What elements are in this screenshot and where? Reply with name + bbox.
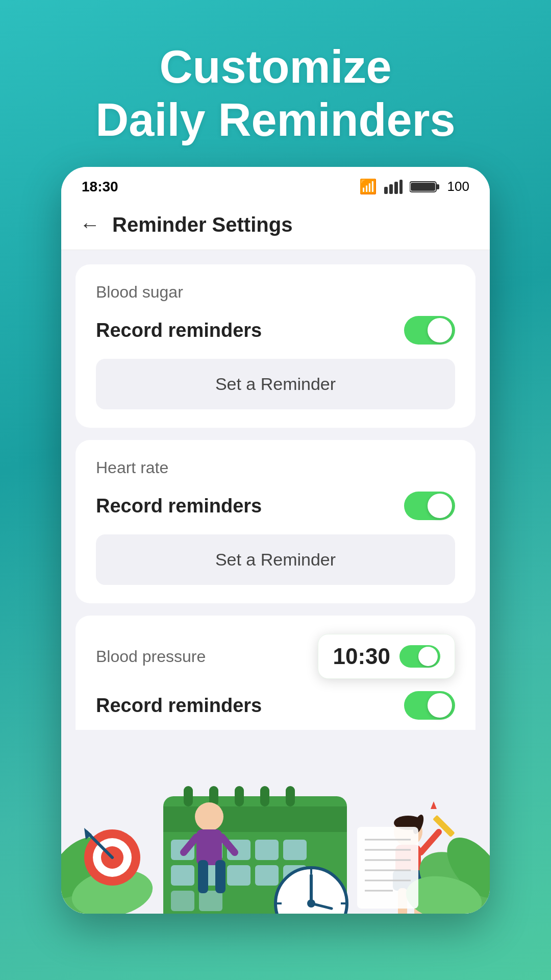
svg-rect-6	[411, 183, 435, 191]
svg-point-34	[195, 802, 223, 831]
blood-sugar-title: Blood sugar	[96, 283, 455, 302]
heart-rate-toggle[interactable]	[404, 492, 455, 520]
battery-level: 100	[447, 179, 469, 194]
blood-pressure-title: Blood pressure	[96, 647, 206, 666]
header-title: Customize Daily Reminders	[31, 41, 520, 146]
svg-rect-5	[436, 184, 439, 189]
svg-rect-21	[163, 806, 347, 832]
illustration-area	[61, 730, 490, 914]
blood-sugar-toggle-row: Record reminders	[96, 316, 455, 345]
blood-sugar-card: Blood sugar Record reminders Set a Remin…	[76, 264, 475, 428]
signal-icon	[384, 180, 403, 194]
svg-rect-33	[199, 891, 222, 911]
heart-rate-set-reminder-button[interactable]: Set a Reminder	[96, 534, 455, 585]
blood-sugar-toggle-label: Record reminders	[96, 320, 262, 341]
svg-rect-32	[171, 891, 194, 911]
header-line2: Daily Reminders	[95, 94, 455, 145]
illustration-svg	[61, 730, 490, 914]
header-line1: Customize	[159, 41, 391, 92]
svg-rect-25	[255, 840, 279, 860]
battery-icon	[410, 180, 440, 194]
svg-rect-2	[394, 182, 398, 194]
heart-rate-toggle-label: Record reminders	[96, 495, 262, 517]
svg-rect-37	[215, 860, 226, 893]
heart-rate-card: Heart rate Record reminders Set a Remind…	[76, 440, 475, 603]
svg-rect-27	[171, 865, 194, 886]
svg-rect-36	[198, 860, 208, 893]
svg-rect-19	[260, 786, 269, 806]
svg-rect-20	[286, 786, 295, 806]
app-bar-title: Reminder Settings	[112, 213, 292, 236]
header-section: Customize Daily Reminders	[0, 0, 551, 167]
blood-pressure-toggle-row: Record reminders	[96, 691, 455, 720]
blood-pressure-toggle-label: Record reminders	[96, 695, 262, 717]
status-time: 18:30	[82, 179, 118, 195]
time-badge-value: 10:30	[333, 644, 390, 669]
heart-rate-toggle-row: Record reminders	[96, 492, 455, 520]
back-button[interactable]: ←	[80, 213, 100, 236]
blood-pressure-card: Blood pressure 10:30 Record reminders	[76, 616, 475, 730]
blood-pressure-header-row: Blood pressure 10:30	[96, 634, 455, 679]
svg-rect-16	[184, 786, 193, 806]
blood-sugar-toggle[interactable]	[404, 316, 455, 345]
time-badge: 10:30	[318, 634, 455, 679]
svg-rect-3	[399, 180, 403, 194]
svg-rect-26	[283, 840, 307, 860]
app-bar: ← Reminder Settings	[61, 203, 490, 250]
heart-rate-title: Heart rate	[96, 458, 455, 477]
blood-sugar-set-reminder-button[interactable]: Set a Reminder	[96, 359, 455, 409]
status-bar: 18:30 📶 100	[61, 167, 490, 203]
svg-line-55	[421, 832, 439, 852]
svg-rect-1	[389, 184, 393, 194]
wifi-icon: 📶	[359, 178, 377, 195]
svg-rect-18	[235, 786, 244, 806]
time-badge-toggle[interactable]	[399, 645, 440, 668]
phone-container: 18:30 📶 100 ← Reminder Settings	[61, 167, 490, 914]
status-icons: 📶 100	[359, 178, 469, 195]
main-content: Blood sugar Record reminders Set a Remin…	[61, 250, 490, 730]
blood-pressure-toggle[interactable]	[404, 691, 455, 720]
svg-rect-0	[384, 187, 388, 194]
svg-rect-35	[196, 829, 222, 865]
svg-marker-57	[431, 801, 437, 809]
svg-rect-30	[255, 865, 279, 886]
svg-rect-29	[227, 865, 251, 886]
